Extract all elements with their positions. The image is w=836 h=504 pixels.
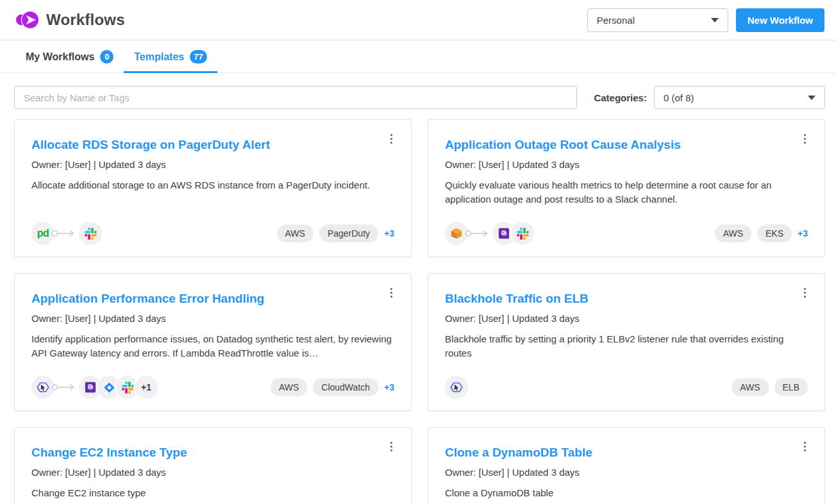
card-footer: pd AWSPagerDuty+3 [31, 222, 394, 245]
workspace-select[interactable]: Personal [587, 8, 728, 32]
tag-row: AWSPagerDuty+3 [277, 224, 395, 242]
workflow-meta: Owner: [User] | Updated 3 days [31, 313, 394, 324]
tab-label: My Workflows [26, 51, 94, 63]
workflow-description: Allocate additional storage to an AWS RD… [31, 178, 394, 192]
slack-icon [511, 222, 534, 245]
flow-arrow-icon [465, 229, 490, 238]
action-icon-group: +1 [79, 376, 158, 399]
workflow-card[interactable]: Allocate RDS Storage on PagerDuty Alert … [14, 119, 412, 257]
workflow-card[interactable]: Change EC2 Instance Type Owner: [User] |… [14, 427, 412, 504]
more-tags-link[interactable]: +3 [798, 228, 808, 239]
tab-count-badge: 77 [190, 50, 206, 63]
tag-pill: CloudWatch [313, 378, 378, 396]
tag-pill: PagerDuty [319, 224, 378, 242]
tab-templates[interactable]: Templates 77 [124, 40, 217, 73]
tag-row: AWSELB [732, 378, 808, 396]
kebab-menu-icon[interactable] [798, 439, 812, 454]
workflow-title-link[interactable]: Application Outage Root Cause Analysis [445, 138, 808, 153]
workflow-title-link[interactable]: Clone a DynamoDB Table [445, 446, 808, 460]
app-logo-icon [15, 9, 40, 31]
workflow-title-link[interactable]: Blackhole Traffic on ELB [445, 292, 808, 307]
workflow-description: Identify application performance issues,… [31, 332, 394, 360]
synthetic-cursor-icon [445, 376, 468, 399]
new-workflow-button[interactable]: New Workflow [736, 8, 824, 32]
categories-label: Categories: [594, 92, 647, 103]
chevron-down-icon [808, 96, 815, 100]
page-header: Workflows Personal New Workflow [0, 0, 836, 40]
tab-my-workflows[interactable]: My Workflows 0 [15, 40, 124, 73]
workflow-description: Quickly evaluate various health metrics … [445, 178, 808, 206]
tag-pill: AWS [271, 378, 307, 396]
workflow-meta: Owner: [User] | Updated 3 days [445, 467, 808, 478]
tag-pill: AWS [277, 224, 314, 242]
workflow-meta: Owner: [User] | Updated 3 days [31, 467, 394, 478]
workflow-meta: Owner: [User] | Updated 3 days [445, 313, 808, 324]
action-icon-group [79, 222, 102, 245]
categories-select-value: 0 (of 8) [664, 92, 694, 103]
connector-icons: +1 [31, 376, 158, 399]
kebab-menu-icon[interactable] [798, 285, 812, 300]
workflow-grid: Allocate RDS Storage on PagerDuty Alert … [0, 109, 836, 504]
workflow-card[interactable]: Application Outage Root Cause Analysis O… [428, 119, 825, 257]
tag-row: AWSCloudWatch+3 [271, 378, 394, 396]
tag-pill: ELB [774, 378, 808, 396]
kebab-menu-icon[interactable] [384, 285, 398, 300]
workflow-description: Blackhole traffic by setting a priority … [445, 332, 808, 360]
action-icon-group [492, 222, 534, 245]
card-footer: +1 AWSCloudWatch+3 [31, 376, 394, 399]
slack-icon [79, 222, 102, 245]
workflow-description: Clone a DynamoDB table [445, 486, 808, 500]
more-tags-link[interactable]: +3 [384, 228, 394, 239]
filter-bar: Categories: 0 (of 8) [0, 86, 836, 109]
tag-pill: AWS [732, 378, 768, 396]
kebab-menu-icon[interactable] [384, 439, 398, 454]
more-tags-link[interactable]: +3 [384, 382, 394, 392]
workflow-title-link[interactable]: Application Performance Error Handling [31, 292, 394, 307]
extra-icons-badge: +1 [135, 376, 158, 399]
workflow-description: Change EC2 instance type [31, 486, 394, 500]
connector-icons [445, 376, 468, 399]
card-footer: AWSEKS+3 [445, 222, 808, 245]
workflow-card[interactable]: Clone a DynamoDB Table Owner: [User] | U… [428, 427, 825, 504]
tag-pill: AWS [715, 224, 751, 242]
categories-select[interactable]: 0 (of 8) [654, 86, 825, 109]
tag-pill: EKS [757, 224, 792, 242]
connector-icons: pd [31, 222, 102, 245]
flow-arrow-icon [51, 229, 77, 238]
workflow-title-link[interactable]: Allocate RDS Storage on PagerDuty Alert [31, 138, 394, 153]
flow-arrow-icon [51, 383, 77, 392]
workflow-card[interactable]: Application Performance Error Handling O… [14, 273, 412, 411]
tab-count-badge: 0 [100, 50, 113, 63]
chevron-down-icon [711, 18, 719, 22]
workflow-card[interactable]: Blackhole Traffic on ELB Owner: [User] |… [428, 273, 825, 411]
workspace-select-value: Personal [597, 15, 635, 26]
page-title: Workflows [46, 11, 125, 29]
kebab-menu-icon[interactable] [798, 131, 812, 146]
workflow-meta: Owner: [User] | Updated 3 days [31, 159, 394, 170]
card-footer: AWSELB [445, 376, 808, 399]
workflow-meta: Owner: [User] | Updated 3 days [445, 159, 808, 170]
tab-bar: My Workflows 0 Templates 77 [0, 40, 836, 73]
search-input[interactable] [14, 86, 577, 109]
connector-icons [445, 222, 534, 245]
tag-row: AWSEKS+3 [715, 224, 808, 242]
workflow-title-link[interactable]: Change EC2 Instance Type [31, 446, 394, 460]
kebab-menu-icon[interactable] [384, 131, 398, 146]
tab-label: Templates [134, 51, 184, 63]
